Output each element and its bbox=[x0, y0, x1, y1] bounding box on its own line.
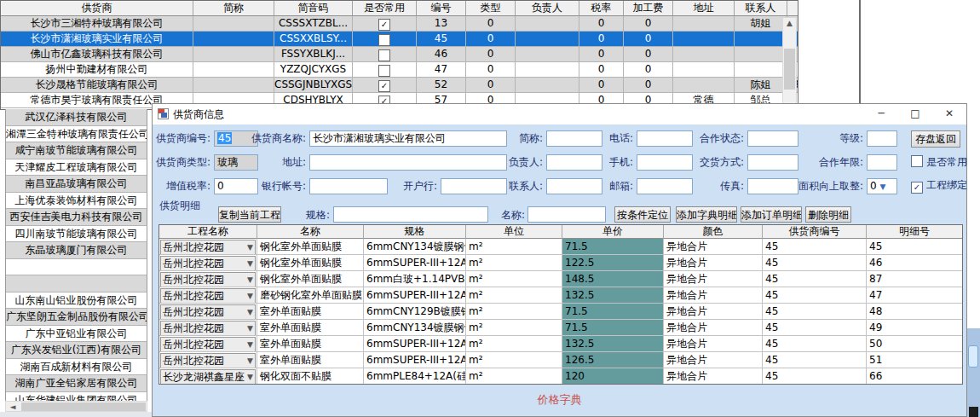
detail-cell[interactable]: m² bbox=[466, 271, 562, 287]
list-item[interactable]: 四川南玻节能玻璃有限公司 bbox=[6, 226, 147, 243]
save-return-button[interactable]: 存盘返回 bbox=[911, 130, 960, 148]
detail-row[interactable]: 岳州北控花园▼室外单面贴膜6mmCNY134镀膜钢化m²71.5异地合片4549 bbox=[159, 320, 962, 336]
grid-cell[interactable]: 长沙市潇湘玻璃实业有限公司 bbox=[1, 32, 193, 47]
chevron-down-icon[interactable]: ▼ bbox=[247, 370, 253, 385]
checkbox-unchecked-icon[interactable] bbox=[378, 65, 390, 77]
grid-cell[interactable] bbox=[193, 62, 274, 78]
coop-years-field[interactable] bbox=[867, 154, 897, 171]
detail-cell[interactable]: 66 bbox=[867, 368, 963, 385]
chevron-down-icon[interactable]: ▼ bbox=[247, 257, 253, 271]
checkbox-unchecked-icon[interactable] bbox=[378, 34, 390, 46]
detail-cell[interactable]: 45 bbox=[867, 239, 963, 255]
close-button[interactable]: ✕ bbox=[932, 104, 966, 125]
grid-cell[interactable]: 佛山市亿鑫玻璃科技有限公司 bbox=[1, 47, 193, 62]
project-combobox[interactable]: 岳州北控花园▼ bbox=[160, 256, 256, 271]
project-combobox[interactable]: 岳州北控花园▼ bbox=[160, 337, 256, 352]
detail-cell[interactable]: 45 bbox=[763, 336, 867, 352]
detail-cell[interactable]: m² bbox=[466, 320, 562, 336]
supplier-row[interactable]: 长沙晟格节能玻璃有限公司CSSGJNBLYXGS✓52000陈姐180751 bbox=[1, 78, 798, 93]
list-item[interactable] bbox=[6, 259, 147, 276]
dialog-titlebar[interactable]: 供货商信息 ─ □ ✕ bbox=[153, 104, 966, 125]
grid-cell[interactable]: 0 bbox=[624, 62, 673, 78]
detail-cell[interactable]: 50 bbox=[867, 336, 963, 352]
grid-cell[interactable]: 陈姐 bbox=[735, 78, 787, 93]
supply-detail-grid[interactable]: 工程名称名称规格单位单价颜色供货商编号明细号岳州北控花园▼钢化室外单面贴膜6mm… bbox=[159, 224, 963, 385]
detail-cell[interactable]: 异地合片 bbox=[664, 336, 763, 352]
grid-cell[interactable] bbox=[193, 78, 274, 93]
project-combo-cell[interactable]: 岳州北控花园▼ bbox=[159, 287, 257, 304]
detail-row[interactable]: 岳州北控花园▼室外单面贴膜6mmCNY129B镀膜钢化m²71.5异地合片454… bbox=[159, 304, 962, 320]
detail-cell[interactable]: 126.5 bbox=[562, 352, 664, 368]
detail-cell[interactable]: 6mmSUPER-III+12A(硅... bbox=[364, 352, 466, 368]
scrollbar-thumb[interactable] bbox=[784, 49, 795, 90]
detail-cell[interactable]: 钢化室外单面贴膜 bbox=[257, 271, 364, 287]
detail-cell[interactable]: 磨砂钢化室外单面贴膜 bbox=[257, 287, 364, 304]
grid-cell[interactable] bbox=[673, 78, 735, 93]
grid-cell[interactable] bbox=[516, 47, 579, 62]
project-combo-cell[interactable]: 岳州北控花园▼ bbox=[159, 255, 257, 271]
project-combo-cell[interactable]: 岳州北控花园▼ bbox=[159, 239, 257, 255]
list-item[interactable]: 咸宁南玻节能玻璃有限公司 bbox=[6, 142, 147, 159]
detail-cell[interactable]: 6mmCNY134镀膜钢化 bbox=[364, 239, 466, 255]
scrollbar-thumb[interactable] bbox=[21, 403, 146, 411]
detail-cell[interactable]: 异地合片 bbox=[664, 255, 763, 271]
detail-cell[interactable]: 45 bbox=[763, 255, 867, 271]
chevron-down-icon[interactable]: ▼ bbox=[247, 338, 253, 352]
supplier-grid[interactable]: 供货商简称简音码是否常用编号类型负责人税率加工费地址联系人电话长沙市三湘特种玻璃… bbox=[0, 0, 798, 110]
common-use-cell[interactable] bbox=[353, 32, 417, 47]
area-round-combo[interactable]: 0 ▼ bbox=[867, 178, 897, 194]
project-combobox[interactable]: 岳州北控花园▼ bbox=[160, 240, 256, 255]
detail-cell[interactable]: 148.5 bbox=[562, 271, 664, 287]
grid-cell[interactable]: CSSGJNBLYXGS bbox=[274, 78, 353, 93]
supplier-name-list[interactable]: 武汉亿泽科技有限公司湘潭三金特种玻璃有限责任公司咸宁南玻节能玻璃有限公司天津耀皮… bbox=[5, 109, 147, 401]
chevron-down-icon[interactable]: ▼ bbox=[247, 321, 253, 336]
detail-row[interactable]: 岳州北控花园▼钢化室外单面贴膜6mmCNY134镀膜钢化m²71.5异地合片45… bbox=[159, 239, 962, 255]
detail-cell[interactable]: 钢化室外单面贴膜 bbox=[257, 239, 364, 255]
list-item[interactable]: 广东兴发铝业(江西)有限公司 bbox=[6, 342, 147, 359]
detail-header-cell[interactable]: 单价 bbox=[562, 225, 664, 239]
grade-field[interactable] bbox=[867, 130, 897, 147]
detail-cell[interactable]: 45 bbox=[763, 239, 867, 255]
grid-header-cell[interactable]: 加工费 bbox=[624, 1, 673, 16]
grid-cell[interactable]: 45 bbox=[417, 32, 466, 47]
list-item[interactable]: 东晶玻璃厦门有限公司 bbox=[6, 242, 147, 259]
detail-cell[interactable]: m² bbox=[466, 255, 562, 271]
grid-cell[interactable]: 13 bbox=[417, 16, 466, 32]
grid-cell[interactable]: 47 bbox=[417, 62, 466, 78]
grid-header-cell[interactable]: 简音码 bbox=[274, 1, 353, 16]
supplier-row[interactable]: 扬州中勤建材有限公司YZZQJCYXGS47000 bbox=[1, 62, 798, 78]
grid-cell[interactable]: 0 bbox=[466, 62, 516, 78]
list-item[interactable]: 湘潭三金特种玻璃有限责任公司 bbox=[6, 126, 147, 143]
detail-header-cell[interactable]: 名称 bbox=[257, 225, 364, 239]
detail-cell[interactable]: 6mmSUPER-III+12A(硅... bbox=[364, 287, 466, 304]
grid-cell[interactable]: 0 bbox=[579, 47, 624, 62]
grid-cell[interactable]: 0 bbox=[466, 47, 516, 62]
list-item[interactable]: 广东坚朗五金制品股份有限公司 bbox=[6, 309, 147, 326]
detail-cell[interactable]: 120 bbox=[562, 368, 664, 385]
detail-cell[interactable]: 异地合片 bbox=[664, 304, 763, 320]
project-bind-checkbox[interactable]: ✓工程绑定 bbox=[911, 179, 967, 193]
list-item[interactable]: 西安佳吉美电力科技有限公司 bbox=[6, 209, 147, 226]
grid-cell[interactable]: 0 bbox=[466, 78, 516, 93]
chevron-down-icon[interactable]: ▼ bbox=[247, 289, 253, 304]
project-combo-cell[interactable]: 岳州北控花园▼ bbox=[159, 271, 257, 287]
common-use-cell[interactable]: ✓ bbox=[353, 78, 417, 93]
list-item[interactable]: 湖南百成新材料有限公司 bbox=[6, 359, 147, 376]
detail-cell[interactable]: 71.5 bbox=[562, 239, 664, 255]
detail-cell[interactable]: 室外单面贴膜 bbox=[257, 352, 364, 368]
grid-cell[interactable]: 0 bbox=[624, 16, 673, 32]
detail-cell[interactable]: 45 bbox=[763, 320, 867, 336]
detail-cell[interactable]: 6mmCNY134镀膜钢化 bbox=[364, 320, 466, 336]
supplier-row[interactable]: 佛山市亿鑫玻璃科技有限公司FSSYXBLKJ...46000 bbox=[1, 47, 798, 62]
detail-cell[interactable]: 45 bbox=[763, 287, 867, 304]
chevron-down-icon[interactable]: ▼ bbox=[247, 354, 253, 368]
grid-cell[interactable] bbox=[516, 62, 579, 78]
detail-cell[interactable]: 132.5 bbox=[562, 336, 664, 352]
detail-row[interactable]: 岳州北控花园▼钢化室外单面贴膜6mmSUPER-III+12A(硅...m²12… bbox=[159, 255, 962, 271]
list-item[interactable]: 山东南山铝业股份有限公司 bbox=[6, 292, 147, 310]
detail-cell[interactable]: 异地合片 bbox=[664, 239, 763, 255]
grid-header-row[interactable]: 供货商简称简音码是否常用编号类型负责人税率加工费地址联系人电话 bbox=[1, 1, 798, 16]
grid-cell[interactable]: YZZQJCYXGS bbox=[274, 62, 353, 78]
grid-cell[interactable]: 长沙晟格节能玻璃有限公司 bbox=[1, 78, 193, 93]
coop-status-field[interactable] bbox=[747, 130, 798, 147]
